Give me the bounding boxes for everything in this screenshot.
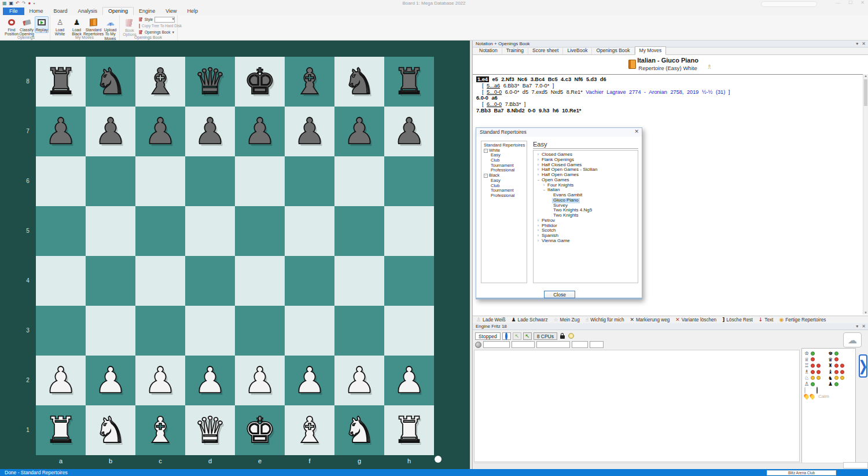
move-text[interactable]: [ xyxy=(482,83,487,89)
square-a4[interactable] xyxy=(36,256,86,306)
square-h2[interactable]: ♟ xyxy=(384,356,434,405)
piece-white-bishop[interactable]: ♝ xyxy=(293,405,326,455)
collapse-box-icon[interactable]: – xyxy=(484,149,488,153)
piece-white-pawn[interactable]: ♟ xyxy=(393,356,425,405)
square-b8[interactable]: ♞ xyxy=(86,57,135,107)
square-g4[interactable] xyxy=(334,256,384,306)
piece-black-pawn[interactable]: ♟ xyxy=(144,107,176,156)
square-f3[interactable] xyxy=(285,306,334,356)
square-d3[interactable] xyxy=(185,306,235,356)
tree-collapsed-icon[interactable]: › xyxy=(536,218,540,224)
square-g2[interactable]: ♟ xyxy=(334,356,384,405)
expand-panel-button[interactable]: ❭ xyxy=(859,354,867,378)
close-icon[interactable]: ✕ xyxy=(860,0,865,5)
fertige-repertoires-button[interactable]: ◉Fertige Repertoires xyxy=(779,317,826,323)
square-f2[interactable]: ♟ xyxy=(285,356,334,405)
square-d6[interactable] xyxy=(185,156,235,206)
piece-black-rook[interactable]: ♜ xyxy=(393,57,425,107)
markierung-weg-button[interactable]: ✕Markierung weg xyxy=(630,317,670,323)
square-h7[interactable]: ♟ xyxy=(384,107,434,156)
menu-tab-home[interactable]: Home xyxy=(24,8,49,15)
maximize-icon[interactable]: ☐ xyxy=(848,0,852,5)
move-text[interactable]: [ xyxy=(482,101,487,107)
lock-button[interactable] xyxy=(559,333,566,339)
notation-scrollbar[interactable]: ▲ ▼ xyxy=(863,74,868,314)
tree-item-giuco-piano[interactable]: Giuco Piano xyxy=(536,198,638,203)
square-e7[interactable]: ♟ xyxy=(235,107,285,156)
square-c6[interactable] xyxy=(135,156,185,206)
tab-openings-book[interactable]: Openings Book xyxy=(592,47,634,54)
close-button[interactable]: Close xyxy=(544,291,575,298)
piece-white-pawn[interactable]: ♟ xyxy=(343,356,376,405)
square-f4[interactable] xyxy=(285,256,334,306)
lade-wei-button[interactable]: ♙Lade Weiß xyxy=(476,317,506,323)
square-g7[interactable]: ♟ xyxy=(334,107,384,156)
square-h1[interactable]: ♜ xyxy=(384,405,434,455)
copy-tree-button[interactable]: Copy Tree To Hard Disk xyxy=(139,23,175,29)
square-a3[interactable] xyxy=(36,306,86,356)
pane-close-icon[interactable]: ✕ xyxy=(862,41,866,47)
tab-livebook[interactable]: LiveBook xyxy=(563,47,592,54)
tree-expanded-icon[interactable]: › xyxy=(542,188,547,193)
square-d1[interactable]: ♛ xyxy=(185,405,235,455)
move-text[interactable]: 5...0-0 xyxy=(487,89,502,95)
piece-black-bishop[interactable]: ♝ xyxy=(144,57,176,107)
square-a5[interactable] xyxy=(36,206,86,256)
engine-input-3[interactable] xyxy=(536,341,570,348)
tree-collapsed-icon[interactable]: › xyxy=(536,224,540,229)
square-a8[interactable]: ♜ xyxy=(36,57,86,107)
square-d7[interactable]: ♟ xyxy=(185,107,235,156)
next-variation-button[interactable]: ↖ xyxy=(523,332,532,340)
title-search-pill[interactable] xyxy=(761,1,817,7)
engine-input-5[interactable] xyxy=(590,341,604,348)
menu-tab-opening[interactable]: Opening xyxy=(102,7,134,15)
collapse-box-icon[interactable]: – xyxy=(484,174,488,178)
find-position-button[interactable]: Find Position xyxy=(5,16,19,38)
square-e8[interactable]: ♚ xyxy=(235,57,285,107)
current-move[interactable]: 1.e4 xyxy=(476,76,489,82)
piece-black-queen[interactable]: ♛ xyxy=(194,57,226,107)
square-c1[interactable]: ♝ xyxy=(135,405,185,455)
piece-black-pawn[interactable]: ♟ xyxy=(244,107,276,156)
square-c4[interactable] xyxy=(135,256,185,306)
square-h5[interactable] xyxy=(384,206,434,256)
piece-white-pawn[interactable]: ♟ xyxy=(244,356,276,405)
previous-variation-button[interactable]: ↖ xyxy=(513,332,521,340)
move-text[interactable]: ] xyxy=(725,89,730,95)
tree-collapsed-icon[interactable]: › xyxy=(536,233,540,239)
move-text[interactable]: e5 2.Nf3 Nc6 3.Bc4 Bc5 4.c3 Nf6 5.d3 d6 xyxy=(489,76,606,82)
scroll-down-icon[interactable]: ▼ xyxy=(863,311,868,314)
engine-input-4[interactable] xyxy=(572,341,588,348)
piece-black-rook[interactable]: ♜ xyxy=(45,57,77,107)
square-c7[interactable]: ♟ xyxy=(135,107,185,156)
style-combo[interactable]: ▾ xyxy=(155,17,175,23)
menu-tab-view[interactable]: View xyxy=(160,8,182,15)
square-g1[interactable]: ♞ xyxy=(334,405,384,455)
lade-schwarz-button[interactable]: ♟Lade Schwarz xyxy=(512,317,548,323)
move-text[interactable]: 6.0-0 a6 xyxy=(476,95,498,101)
square-a7[interactable]: ♟ xyxy=(36,107,86,156)
menu-tab-board[interactable]: Board xyxy=(49,8,73,15)
square-e4[interactable] xyxy=(235,256,285,306)
square-d4[interactable] xyxy=(185,256,235,306)
minimize-icon[interactable]: — xyxy=(836,0,840,5)
piece-white-pawn[interactable]: ♟ xyxy=(94,356,127,405)
piece-black-pawn[interactable]: ♟ xyxy=(94,107,127,156)
piece-black-pawn[interactable]: ♟ xyxy=(293,107,326,156)
square-d8[interactable]: ♛ xyxy=(185,57,235,107)
square-d5[interactable] xyxy=(185,206,235,256)
square-b6[interactable] xyxy=(86,156,135,206)
menu-tab-analysis[interactable]: Analysis xyxy=(73,8,103,15)
piece-white-pawn[interactable]: ♟ xyxy=(194,356,226,405)
engine-input-1[interactable] xyxy=(483,341,510,348)
pane-collapse-icon[interactable]: ▾ xyxy=(856,41,858,47)
text-button[interactable]: ↓Text xyxy=(759,317,774,323)
square-g3[interactable] xyxy=(334,306,384,356)
l-sche-rest-button[interactable]: ]Lösche Rest xyxy=(722,317,753,323)
cpu-count-button[interactable]: 8 CPUs xyxy=(534,332,557,340)
piece-white-queen[interactable]: ♛ xyxy=(194,405,226,455)
variante-l-schen-button[interactable]: ✕Variante löschen xyxy=(675,317,716,323)
move-text[interactable]: 5...a6 xyxy=(487,83,500,89)
piece-black-pawn[interactable]: ♟ xyxy=(45,107,77,156)
tree-collapsed-icon[interactable]: › xyxy=(536,167,540,173)
